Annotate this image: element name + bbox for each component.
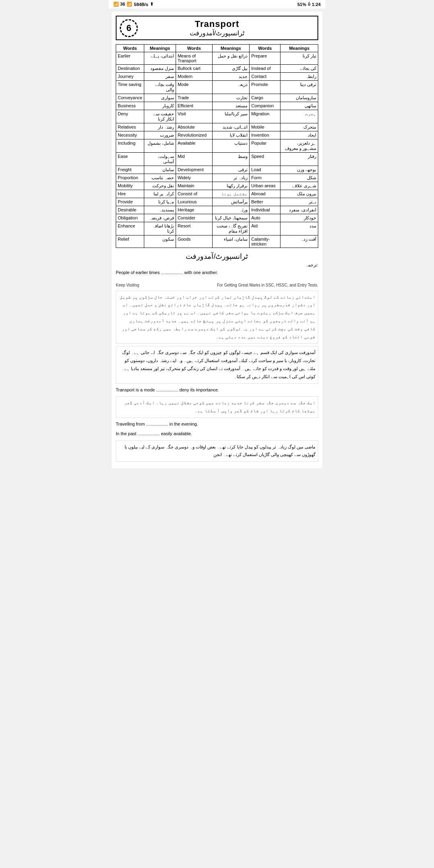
word-col1: Time saving [116,81,144,94]
word-col2: Mode [176,81,212,94]
table-row: Journey سفر Modern جدید Contact رابطہ [116,73,318,81]
word-col2: Trade [176,94,212,102]
word-col3: Prepare [250,52,280,65]
meaning-col2: ترقی [212,166,249,174]
word-col1: Business [116,102,144,110]
meaning-col3: ساتھی [280,102,318,110]
meaning-col2: انتہائی، شدید [212,123,249,131]
word-col2: Luxurious [176,198,212,206]
meaning-col1: سفر [144,73,176,81]
word-col2: Absolute [176,123,212,131]
word-col1: Relatives [116,123,144,131]
word-col1: Desirable [116,206,144,214]
meaning-col2: تجارت [212,94,249,102]
meaning-col2: مشتمل ہونا [212,190,249,198]
word-col2: Efficient [176,102,212,110]
chapter-header: 6 Transport ٹرانسپورٹ/آمدورفت [116,16,318,40]
signal-icon: 📶 36 [113,2,125,7]
meaning-col1: ابتدائی، پہلے [144,52,176,65]
exercise-line-1: People of earlier times ................… [116,269,318,276]
meaning-col2: سمجھنا، خیال کرنا [212,214,249,222]
usb-icon: ⬆ [150,2,154,7]
word-col3: Auto [250,214,280,222]
table-row: Including شامل، بشمول Available دستیاب P… [116,139,318,153]
meaning-col1: فرض، فریضہ [144,214,176,222]
word-col3: Invention [250,131,280,139]
col-header-words2: Words [176,45,212,52]
word-col2: Goods [176,235,212,248]
vocabulary-table: Words Meanings Words Meanings Words Mean… [116,44,318,248]
page-content: 6 Transport ٹرانسپورٹ/آمدورفت Words Mean… [112,12,322,468]
meaning-col3: شہری علاقے [280,182,318,190]
status-bar: 📶 36 📶 584B/s ⬆ 51% ὐ‌️ 1:24 [108,0,326,8]
status-right: 51% ὐ‌️ 1:24 [297,2,321,7]
meaning-col1: منزل مقصود [144,65,176,73]
word-col1: Hire [116,190,144,198]
meaning-col2: زیادہ تر [212,174,249,182]
meaning-col3: سازوسامان [280,94,318,102]
word-col2: Mid [176,153,212,166]
english-exercise-1: Transport is a mode .................. d… [116,386,318,394]
meaning-col1: سکون [144,235,176,248]
meaning-col2: سیر کرنا/ملنا [212,110,249,123]
col-header-words1: Words [116,45,144,52]
footer: Keep Visiting For Getting Great Marks in… [116,283,318,287]
urdu-exercise-paragraph: ایک جگہ سے دوسری جگہ سفر کرنا جدید زمانے… [116,396,318,418]
chapter-title-english: Transport [119,19,315,29]
word-col3: Speed [250,153,280,166]
table-row: Proportion حصہ تناسب Widely زیادہ تر For… [116,174,318,182]
urdu-paragraph-1: ابتدائی زمانے کے لوگ پیدل گاڑیاں تیار کر… [116,291,318,344]
table-row: Business کاروبار Efficient مستعد Compani… [116,102,318,110]
table-row: Obligation فرض، فریضہ Consider سمجھنا، خ… [116,214,318,222]
table-row: Desirable پسندیدہ Heritage ورثہ Individu… [116,206,318,214]
word-col3: Migration [250,110,280,123]
word-col1: Necessity [116,131,144,139]
word-col1: Conveyance [116,94,144,102]
word-col2: Available [176,139,212,153]
urdu-exercise-2: ماضی میں لوگ زیادہ تر پیدلوں کو پیدل جای… [116,440,318,462]
word-col2: Revolutionized [176,131,212,139]
meaning-col3: رفتار [280,153,318,166]
meaning-col3: تیار کرنا [280,52,318,65]
translation-label: ترجمہ: [116,262,318,268]
meaning-col3: ہر دلعزیز، مشہور و معروف [280,139,318,153]
meaning-col1: نقل وحرکت [144,182,176,190]
meaning-col3: انفرادی، منفرد [280,206,318,214]
meaning-col1: کاروبار [144,102,176,110]
meaning-col3: ہجرت [280,110,318,123]
word-col2: Visit [176,110,212,123]
chapter-number: 6 [120,19,138,37]
col-header-words3: Words [250,45,280,52]
word-col3: Aid [250,222,280,235]
word-col3: Load [250,166,280,174]
urdu-paragraph-2: آمدورفت سواری کی ایک قسم ہے جیسے لوگوں ک… [116,346,318,383]
meaning-col2: دستیاب [212,139,249,153]
time-display: 1:24 [312,2,321,7]
word-col2: Consider [176,214,212,222]
meaning-col3: ترقی دینا [280,81,318,94]
word-col2: Development [176,166,212,174]
table-row: Relatives رشتہ دار Absolute انتہائی، شدی… [116,123,318,131]
table-row: Hire کرایہ پر لینا Consist of مشتمل ہونا… [116,190,318,198]
col-header-meanings3: Meanings [280,45,318,52]
table-row: Destination منزل مقصود Bullock cart بیل … [116,65,318,73]
word-col1: Mobility [116,182,144,190]
word-col3: Promote [250,81,280,94]
word-col1: Relief [116,235,144,248]
battery-icon: ὐ‌️ [308,2,310,7]
word-col2: Bullock cart [176,65,212,73]
col-header-meanings2: Meanings [212,45,249,52]
word-col3: Mobile [250,123,280,131]
meaning-col3: آفت زدہ [280,235,318,248]
table-row: Provide مہیا کرنا Luxurious پرآسائش Bett… [116,198,318,206]
meaning-col1: سامان [144,166,176,174]
meaning-col1: ضرورت [144,131,176,139]
table-row: Earlier ابتدائی، پہلے Means of Transport… [116,52,318,65]
meaning-col3: بیرون ملک [280,190,318,198]
word-col2: Means of Transport [176,52,212,65]
table-row: Deny حقیقت سے انکار کرنا Visit سیر کرنا/… [116,110,318,123]
word-col3: Contact [250,73,280,81]
meaning-col2: بیل گاڑی [212,65,249,73]
word-col3: Companion [250,102,280,110]
meaning-col3: شکل [280,174,318,182]
